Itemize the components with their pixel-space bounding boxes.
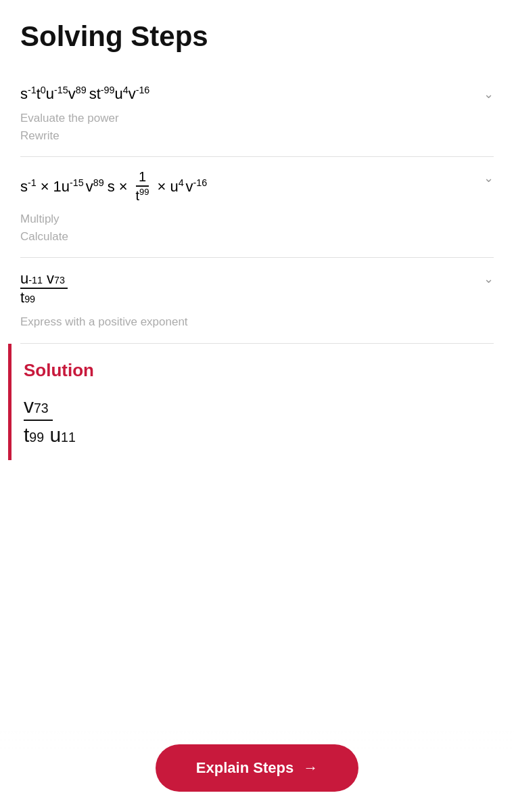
- solution-fraction: v73 t99 u11: [24, 394, 76, 447]
- explain-btn-container: Explain Steps →: [0, 731, 514, 812]
- step1-t: t0: [37, 85, 46, 103]
- solution-expression: v73 t99 u11: [24, 394, 76, 447]
- step2-label: Multiply Calculate: [20, 210, 494, 245]
- step2-times1: ×: [41, 178, 49, 196]
- step1-st-exp: -99: [101, 85, 115, 95]
- step2-s2: s: [108, 178, 115, 196]
- step1-u2-exp: 4: [123, 85, 128, 95]
- explain-steps-button[interactable]: Explain Steps →: [156, 744, 358, 792]
- step-1-block: s-1 t0 u-15 v89 st-99 u4 v-16 Evaluate t…: [20, 73, 494, 157]
- step2-times3: ×: [158, 178, 166, 196]
- step1-u-exp: -15: [54, 85, 68, 95]
- step1-s: s-1: [20, 85, 37, 103]
- step2-v: v89: [86, 178, 104, 196]
- page-title: Solving Steps: [20, 20, 494, 53]
- solution-denom: t99 u11: [24, 421, 76, 447]
- arrow-icon: →: [303, 759, 318, 777]
- step2-expression: s-1 × 1u-15 v89 s × 1 t99 × u4 v-16: [20, 169, 494, 204]
- step-2-block: s-1 × 1u-15 v89 s × 1 t99 × u4 v-16 Mult…: [20, 157, 494, 258]
- step1-v-exp: 89: [76, 85, 87, 95]
- solution-section: Solution v73 t99 u11: [8, 344, 494, 460]
- step1-u: u-15: [46, 85, 68, 103]
- solution-numer: v73: [24, 394, 53, 421]
- step1-t-exp: 0: [41, 85, 46, 95]
- step3-numer: u-11 v73: [20, 270, 68, 289]
- step3-label: Express with a positive exponent: [20, 313, 494, 331]
- step1-expression: s-1 t0 u-15 v89 st-99 u4 v-16: [20, 85, 494, 103]
- step2-fraction-numer: 1: [136, 169, 149, 187]
- step1-chevron[interactable]: ⌄: [484, 87, 494, 102]
- step3-denom: t99: [20, 289, 35, 307]
- page-container: Solving Steps s-1 t0 u-15 v89 st-99 u4 v…: [0, 0, 514, 812]
- step2-u: u4: [170, 178, 183, 196]
- step3-chevron[interactable]: ⌄: [484, 271, 494, 286]
- step2-v2: v-16: [186, 178, 208, 196]
- step1-v2: v-16: [128, 85, 150, 103]
- step2-times2: ×: [119, 178, 128, 196]
- step2-chevron[interactable]: ⌄: [484, 171, 494, 185]
- explain-steps-label: Explain Steps: [196, 759, 294, 777]
- step1-label: Evaluate the power Rewrite: [20, 110, 494, 144]
- step1-s-exp: -1: [28, 85, 37, 95]
- step2-1u: 1u-15: [53, 178, 84, 196]
- step3-expression: u-11 v73 t99: [20, 270, 494, 307]
- step1-st: st-99: [89, 85, 115, 103]
- solution-label: Solution: [24, 360, 494, 381]
- step-3-block: u-11 v73 t99 Express with a positive exp…: [20, 258, 494, 344]
- step1-u2: u4: [114, 85, 128, 103]
- step2-s: s-1: [20, 178, 37, 196]
- step2-fraction: 1 t99: [133, 169, 152, 204]
- step1-v2-exp: -16: [136, 85, 150, 95]
- step2-fraction-denom: t99: [133, 187, 152, 204]
- step3-fraction: u-11 v73 t99: [20, 270, 68, 307]
- step1-v: v89: [68, 85, 87, 103]
